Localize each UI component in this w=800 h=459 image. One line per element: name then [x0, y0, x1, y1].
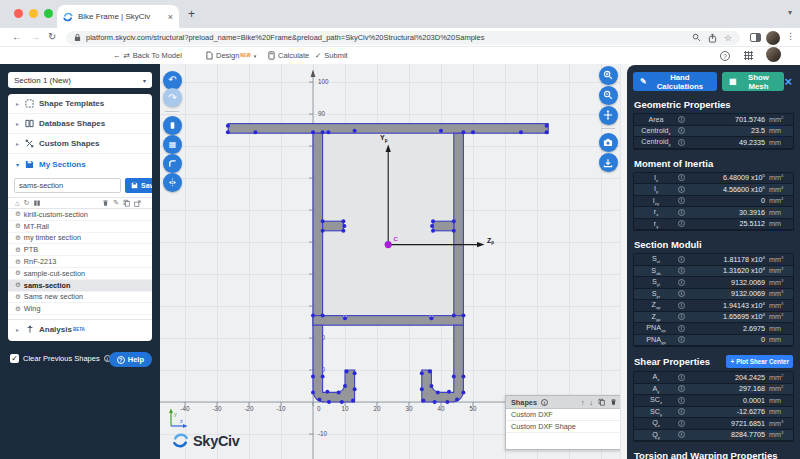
refresh-icon[interactable]: ↻: [48, 31, 56, 42]
tab-search-chevron-icon[interactable]: ▾: [788, 8, 792, 17]
property-label: PNAyp: [634, 335, 678, 345]
my-section-list-item[interactable]: ⚙ sample-cut-section: [8, 268, 152, 280]
pan-button[interactable]: [599, 106, 618, 125]
maximize-window-button[interactable]: [44, 9, 53, 18]
accordion-my-sections[interactable]: ▾ My Sections: [8, 154, 152, 174]
fillet-corner-button[interactable]: [163, 154, 182, 173]
side-panel-icon[interactable]: [750, 33, 761, 42]
close-panel-icon[interactable]: ×: [784, 75, 792, 88]
my-section-list-item[interactable]: ⚙ my timber section: [8, 233, 152, 245]
clear-previous-checkbox[interactable]: ✓: [10, 354, 19, 363]
info-icon[interactable]: i: [678, 186, 685, 193]
info-icon[interactable]: i: [678, 313, 685, 320]
browser-menu-icon[interactable]: ⋮: [786, 31, 795, 41]
info-icon[interactable]: i: [678, 325, 685, 332]
info-icon[interactable]: i: [678, 279, 685, 286]
info-icon[interactable]: i: [678, 397, 685, 404]
save-button[interactable]: Save: [125, 178, 152, 193]
home-icon[interactable]: ⌂: [15, 199, 20, 208]
my-section-list-item[interactable]: ⚙ Sams new section: [8, 292, 152, 304]
help-button[interactable]: ? Help: [109, 352, 152, 367]
info-icon[interactable]: i: [678, 420, 685, 427]
mirror-button[interactable]: [163, 173, 182, 192]
share-icon[interactable]: [708, 33, 717, 43]
mesh-grid-button[interactable]: ▦: [163, 135, 182, 154]
info-icon[interactable]: i: [678, 431, 685, 438]
info-icon[interactable]: i: [678, 116, 685, 123]
zoom-in-button[interactable]: [599, 66, 618, 85]
submit-button[interactable]: ✓ Submit: [315, 49, 348, 62]
info-icon[interactable]: i: [678, 139, 685, 146]
app-profile-avatar[interactable]: [766, 47, 781, 62]
copy-icon[interactable]: [123, 199, 130, 207]
help-circle-icon[interactable]: ?: [720, 49, 730, 62]
my-section-list-item[interactable]: ⚙ Wing: [8, 303, 152, 315]
info-icon[interactable]: i: [678, 174, 685, 181]
accordion-custom-shapes[interactable]: ▸ Custom Shapes: [8, 134, 152, 154]
plot-shear-center-button[interactable]: + Plot Shear Center: [726, 355, 793, 368]
browser-profile-avatar[interactable]: [766, 31, 780, 45]
download-button[interactable]: [599, 153, 618, 172]
hand-calculations-button[interactable]: ✎ Hand Calculations: [633, 72, 717, 91]
accordion-database-shapes[interactable]: ▸ Database Shapes: [8, 114, 152, 134]
info-icon[interactable]: i: [678, 408, 685, 415]
move-up-icon[interactable]: ↑: [581, 399, 585, 406]
info-icon[interactable]: i: [678, 374, 685, 381]
my-section-list-item[interactable]: ⚙ RnF-2213: [8, 256, 152, 268]
info-icon[interactable]: i: [678, 127, 685, 134]
browser-tab[interactable]: Bike Frame | SkyCiv ×: [57, 5, 179, 28]
move-down-icon[interactable]: ↓: [590, 399, 594, 406]
back-icon[interactable]: ←: [12, 31, 22, 42]
tab-close-icon[interactable]: ×: [168, 12, 173, 22]
info-icon[interactable]: i: [678, 220, 685, 227]
info-icon[interactable]: i: [678, 209, 685, 216]
zoom-out-button[interactable]: [599, 86, 618, 105]
info-icon[interactable]: i: [678, 197, 685, 204]
canvas-scroll-strip[interactable]: [620, 64, 627, 459]
new-tab-button[interactable]: +: [188, 8, 195, 20]
info-icon[interactable]: i: [678, 302, 685, 309]
refresh-icon[interactable]: ↻: [24, 199, 30, 207]
search-icon[interactable]: [692, 33, 701, 42]
minimize-window-button[interactable]: [29, 9, 38, 18]
my-section-list-item[interactable]: ⚙ PTB: [8, 244, 152, 256]
eraser-button[interactable]: [163, 116, 182, 135]
section-select-dropdown[interactable]: Section 1 (New) ▾: [8, 72, 152, 88]
screenshot-camera-button[interactable]: [599, 133, 618, 152]
trash-icon[interactable]: [102, 199, 109, 207]
info-icon[interactable]: i: [541, 399, 548, 406]
library-icon[interactable]: [33, 199, 41, 207]
bookmark-star-icon[interactable]: ☆: [724, 33, 732, 43]
forward-icon[interactable]: →: [30, 31, 40, 42]
apps-grid-icon[interactable]: [744, 49, 753, 62]
accordion-shape-templates[interactable]: ▸ Shape Templates: [8, 94, 152, 114]
design-menu-button[interactable]: DesignNEW ▾: [206, 49, 256, 62]
show-mesh-button[interactable]: ▦ Show Mesh: [722, 72, 784, 91]
shape-list-item[interactable]: Custom DXF Shape: [506, 421, 620, 433]
back-to-model-button[interactable]: ← ⇄ Back To Model: [113, 49, 182, 62]
info-icon[interactable]: i: [678, 290, 685, 297]
centroid-marker[interactable]: [385, 241, 392, 248]
my-section-list-item[interactable]: ⚙ sams-section: [8, 280, 152, 292]
duplicate-icon[interactable]: [598, 398, 605, 406]
address-bar[interactable]: platform.skyciv.com/structural?preload_n…: [66, 31, 740, 45]
shape-list-item[interactable]: Custom DXF: [506, 409, 620, 421]
info-icon[interactable]: i: [678, 385, 685, 392]
edit-pencil-icon[interactable]: ✎: [113, 199, 119, 207]
accordion-analysis[interactable]: ▸ AnalysisBETA: [8, 319, 152, 339]
section-name-input[interactable]: [14, 178, 121, 193]
calculate-button[interactable]: Calculate: [268, 49, 309, 62]
expand-icon[interactable]: [134, 200, 141, 207]
info-icon[interactable]: i: [678, 256, 685, 263]
close-window-button[interactable]: [14, 9, 23, 18]
my-section-list-item[interactable]: ⚙ MT-Rail: [8, 221, 152, 233]
section-canvas[interactable]: -40-30-20-100102030405010090807060504030…: [160, 64, 620, 459]
trash-icon[interactable]: [610, 398, 617, 406]
redo-button[interactable]: ↷: [163, 88, 182, 107]
gear-icon: ⚙: [15, 258, 21, 266]
undo-button[interactable]: ↶: [163, 71, 182, 90]
info-icon[interactable]: i: [678, 336, 685, 343]
info-icon[interactable]: i: [678, 267, 685, 274]
property-unit: mm: [769, 208, 793, 217]
my-section-list-item[interactable]: ⚙ kirill-custom-section: [8, 209, 152, 221]
